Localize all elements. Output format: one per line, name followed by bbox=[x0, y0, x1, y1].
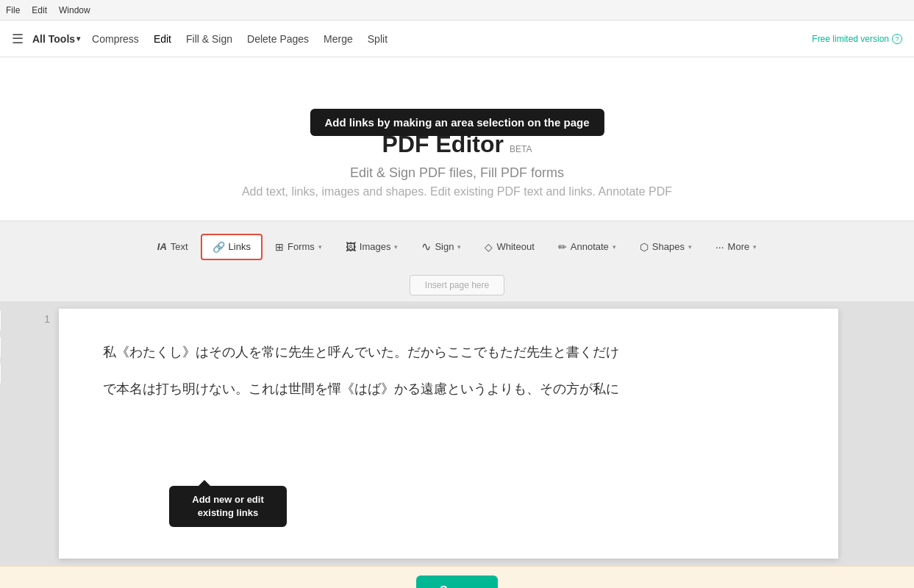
annotate-chevron: ▾ bbox=[613, 243, 616, 251]
beta-badge: BETA bbox=[510, 144, 532, 154]
sign-chevron: ▾ bbox=[457, 243, 461, 251]
tool-annotate[interactable]: ✏ Annotate ▾ bbox=[547, 234, 627, 259]
menu-file[interactable]: File bbox=[6, 5, 20, 15]
tool-whiteout[interactable]: ◇ Whiteout bbox=[474, 234, 545, 259]
insert-bar: Insert page here bbox=[0, 269, 914, 301]
forms-icon: ⊞ bbox=[275, 241, 284, 253]
top-bar: ☰ All Tools ▾ Compress Edit Fill & Sign … bbox=[0, 21, 914, 57]
page-number: 1 bbox=[44, 313, 50, 325]
hero-subtitle: Edit & Sign PDF files, Fill PDF forms bbox=[15, 165, 899, 181]
delete-page-button[interactable]: 🗑 bbox=[0, 309, 1, 332]
nav-tools: Compress Edit Fill & Sign Delete Pages M… bbox=[86, 30, 812, 48]
nav-split[interactable]: Split bbox=[362, 30, 393, 48]
hamburger-icon[interactable]: ☰ bbox=[12, 31, 24, 47]
page-area: 1 🗑 🔍+ 🔍- 私《わたくし》はその人を常に先生と呼んでいた。だからここでも… bbox=[0, 301, 914, 566]
tool-links[interactable]: 🔗 Links bbox=[201, 234, 263, 260]
zoom-out-button[interactable]: 🔍- bbox=[0, 362, 1, 385]
hero-desc: Add text, links, images and shapes. Edit… bbox=[15, 185, 899, 198]
free-version-badge: Free limited version ? bbox=[812, 34, 902, 44]
toolbar: IA Text 🔗 Links ⊞ Forms ▾ 🖼 Images ▾ ∿ S… bbox=[146, 233, 768, 260]
tool-images[interactable]: 🖼 Images ▾ bbox=[335, 234, 410, 259]
sign-icon: ∿ bbox=[421, 240, 431, 254]
all-tools-label: All Tools bbox=[32, 33, 75, 45]
nav-deletepages[interactable]: Delete Pages bbox=[241, 30, 315, 48]
tool-sign[interactable]: ∿ Sign ▾ bbox=[410, 233, 472, 260]
zoom-in-button[interactable]: 🔍+ bbox=[0, 335, 1, 359]
tool-shapes[interactable]: ⬡ Shapes ▾ bbox=[629, 234, 703, 259]
save-button[interactable]: Save › bbox=[416, 576, 498, 588]
annotate-icon: ✏ bbox=[558, 241, 567, 253]
nav-edit[interactable]: Edit bbox=[148, 30, 177, 48]
links-icon: 🔗 bbox=[213, 241, 225, 253]
whiteout-icon: ◇ bbox=[485, 241, 493, 253]
nav-merge[interactable]: Merge bbox=[318, 30, 359, 48]
menu-bar: File Edit Window bbox=[0, 0, 914, 21]
info-icon[interactable]: ? bbox=[892, 34, 902, 44]
nav-fillsign[interactable]: Fill & Sign bbox=[180, 30, 238, 48]
tooltip-banner: Add links by making an area selection on… bbox=[310, 109, 604, 136]
links-tooltip-popup: Add new or edit existing links bbox=[169, 486, 287, 527]
shapes-chevron: ▾ bbox=[688, 243, 692, 251]
shapes-icon: ⬡ bbox=[640, 241, 649, 253]
insert-page-button[interactable]: Insert page here bbox=[410, 275, 504, 295]
side-tools: 🗑 🔍+ 🔍- bbox=[0, 309, 1, 385]
toolbar-area: IA Text 🔗 Links ⊞ Forms ▾ 🖼 Images ▾ ∿ S… bbox=[0, 221, 914, 566]
tool-text[interactable]: IA Text bbox=[146, 234, 199, 259]
images-chevron: ▾ bbox=[394, 243, 398, 251]
tool-more[interactable]: ··· More ▾ bbox=[704, 234, 768, 259]
nav-compress[interactable]: Compress bbox=[86, 30, 145, 48]
hero-section: Add links by making an area selection on… bbox=[0, 57, 914, 221]
pdf-line-2: で本名は打ち明けない。これは世間を憚《はば》かる遠慮というよりも、その方が私に bbox=[103, 375, 794, 404]
forms-chevron: ▾ bbox=[318, 243, 322, 251]
all-tools-button[interactable]: All Tools ▾ bbox=[32, 33, 80, 45]
images-icon: 🖼 bbox=[346, 241, 356, 253]
text-icon: IA bbox=[157, 241, 167, 252]
menu-edit[interactable]: Edit bbox=[32, 5, 47, 15]
save-bar: Save › bbox=[0, 566, 914, 588]
pdf-line-1: 私《わたくし》はその人を常に先生と呼んでいた。だからここでもただ先生と書くだけ bbox=[103, 338, 794, 368]
menu-window[interactable]: Window bbox=[59, 5, 90, 15]
all-tools-caret: ▾ bbox=[76, 35, 80, 43]
more-icon: ··· bbox=[715, 241, 724, 253]
tool-forms[interactable]: ⊞ Forms ▾ bbox=[264, 234, 333, 259]
more-chevron: ▾ bbox=[753, 243, 757, 251]
